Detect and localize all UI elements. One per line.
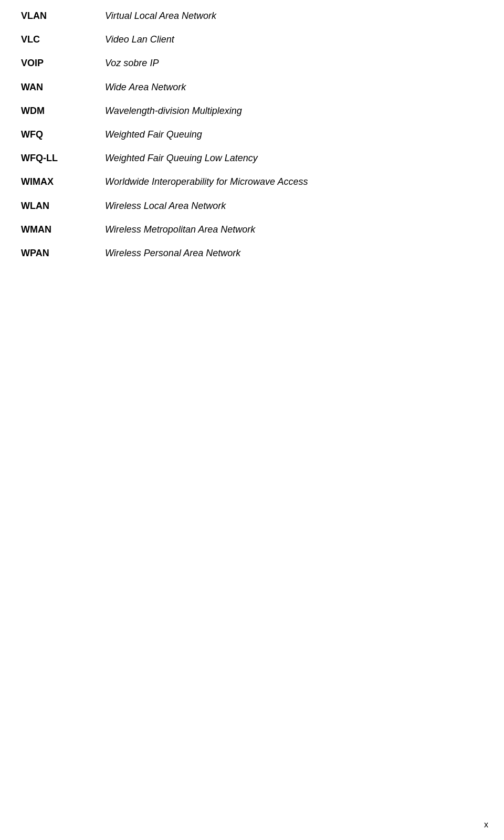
acronym-cell: WLAN [21,194,105,218]
definition-cell: Wide Area Network [105,76,483,99]
table-row: WPANWireless Personal Area Network [21,242,483,265]
table-row: VLCVideo Lan Client [21,28,483,51]
acronym-table: VLANVirtual Local Area NetworkVLCVideo L… [21,4,483,265]
acronym-cell: WPAN [21,242,105,265]
main-content: VLANVirtual Local Area NetworkVLCVideo L… [0,0,504,286]
table-row: WFQ-LLWeighted Fair Queuing Low Latency [21,146,483,170]
table-row: WDMWavelength-division Multiplexing [21,99,483,123]
definition-cell: Wireless Personal Area Network [105,242,483,265]
acronym-cell: WAN [21,76,105,99]
definition-cell: Worldwide Interoperability for Microwave… [105,170,483,194]
acronym-cell: WDM [21,99,105,123]
acronym-cell: VLAN [21,4,105,28]
acronym-cell: VOIP [21,51,105,75]
table-row: WFQWeighted Fair Queuing [21,123,483,146]
table-row: VLANVirtual Local Area Network [21,4,483,28]
acronym-cell: VLC [21,28,105,51]
definition-cell: Wireless Metropolitan Area Network [105,218,483,242]
table-row: VOIPVoz sobre IP [21,51,483,75]
acronym-cell: WFQ-LL [21,146,105,170]
definition-cell: Weighted Fair Queuing Low Latency [105,146,483,170]
acronym-cell: WIMAX [21,170,105,194]
definition-cell: Virtual Local Area Network [105,4,483,28]
acronym-cell: WFQ [21,123,105,146]
definition-cell: Wavelength-division Multiplexing [105,99,483,123]
table-row: WMANWireless Metropolitan Area Network [21,218,483,242]
definition-cell: Weighted Fair Queuing [105,123,483,146]
page-indicator: x [484,820,488,830]
definition-cell: Video Lan Client [105,28,483,51]
table-row: WIMAXWorldwide Interoperability for Micr… [21,170,483,194]
definition-cell: Voz sobre IP [105,51,483,75]
definition-cell: Wireless Local Area Network [105,194,483,218]
table-row: WANWide Area Network [21,76,483,99]
acronym-cell: WMAN [21,218,105,242]
table-row: WLANWireless Local Area Network [21,194,483,218]
